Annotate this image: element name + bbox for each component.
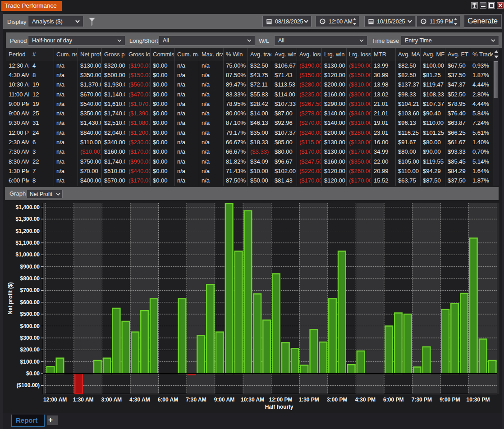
svg-text:$300.00: $300.00 [20,335,40,341]
svg-text:4:30 PM: 4:30 PM [355,397,376,403]
svg-text:$100.00: $100.00 [20,359,40,365]
svg-text:$800.00: $800.00 [20,275,40,282]
svg-text:6:00 AM: 6:00 AM [158,397,179,403]
svg-text:$400.00: $400.00 [20,323,40,329]
svg-text:1:30 PM: 1:30 PM [299,397,319,403]
svg-text:6:00 PM: 6:00 PM [383,397,403,403]
svg-text:3:00 AM: 3:00 AM [101,397,122,403]
svg-text:$200.00: $200.00 [20,347,40,353]
svg-text:1:30 AM: 1:30 AM [73,397,94,403]
svg-text:7:30 PM: 7:30 PM [412,397,432,403]
svg-text:$1,200.00: $1,200.00 [16,228,40,234]
svg-text:9:00 AM: 9:00 AM [214,397,235,403]
svg-text:$900.00: $900.00 [20,264,40,270]
svg-text:4:30 AM: 4:30 AM [129,397,150,403]
svg-text:10:30 AM: 10:30 AM [241,397,264,403]
svg-text:12:00 AM: 12:00 AM [43,397,67,403]
svg-text:10:30 PM: 10:30 PM [466,397,490,403]
svg-text:$1,400.00: $1,400.00 [16,204,40,210]
svg-text:($100.00): ($100.00) [17,382,40,388]
svg-text:3:00 PM: 3:00 PM [327,397,347,403]
svg-text:$600.00: $600.00 [20,299,40,306]
svg-text:7:30 AM: 7:30 AM [186,397,206,403]
svg-text:$1,300.00: $1,300.00 [16,216,40,222]
svg-text:12:00 PM: 12:00 PM [269,397,293,403]
svg-text:$700.00: $700.00 [20,287,40,293]
svg-text:$1,000.00: $1,000.00 [16,251,40,258]
svg-text:$500.00: $500.00 [20,311,40,317]
svg-text:Half hourly: Half hourly [265,404,293,410]
svg-text:9:00 PM: 9:00 PM [440,397,460,403]
svg-text:$1,100.00: $1,100.00 [16,240,40,246]
svg-text:Net profit ($): Net profit ($) [7,282,14,314]
svg-text:$0.00: $0.00 [26,370,40,377]
